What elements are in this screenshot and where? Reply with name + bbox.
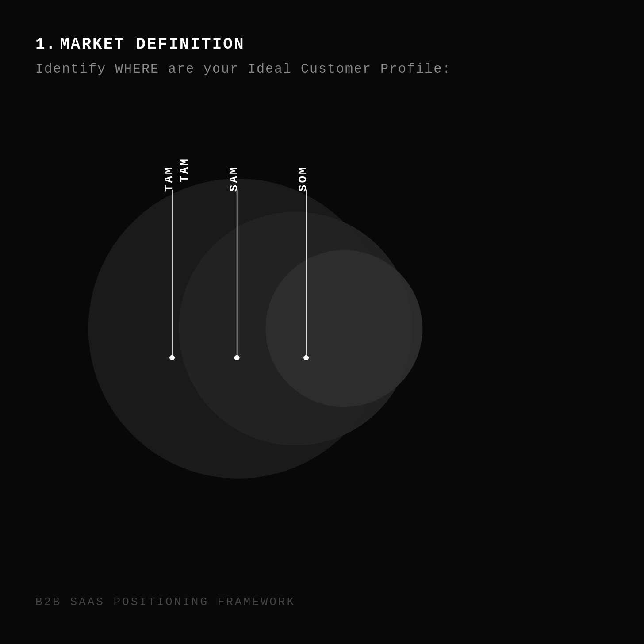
header-line: 1. MARKET DEFINITION — [35, 35, 609, 54]
sam-text: SAM — [227, 166, 241, 192]
tam-dot — [169, 355, 175, 360]
subtitle: Identify WHERE are your Ideal Customer P… — [35, 61, 609, 77]
som-label-group: SOM — [296, 166, 310, 192]
diagram-area: TAM TAM SAM SOM — [35, 103, 609, 501]
som-circle — [265, 250, 422, 407]
tam-label-group: TAM — [162, 166, 176, 192]
page-container: 1. MARKET DEFINITION Identify WHERE are … — [0, 0, 644, 644]
som-dot — [303, 355, 309, 360]
section-number: 1. — [35, 35, 56, 54]
tam-text: TAM — [162, 166, 176, 192]
section-title: MARKET DEFINITION — [60, 35, 245, 54]
som-text: SOM — [296, 166, 310, 192]
sam-dot — [234, 355, 240, 360]
footer: B2B SAAS POSITIONING FRAMEWORK — [35, 595, 295, 609]
footer-text: B2B SAAS POSITIONING FRAMEWORK — [35, 595, 295, 609]
sam-label-group: SAM — [227, 166, 241, 192]
tam-label: TAM — [178, 157, 191, 182]
diagram-svg: TAM TAM SAM SOM — [35, 107, 609, 497]
